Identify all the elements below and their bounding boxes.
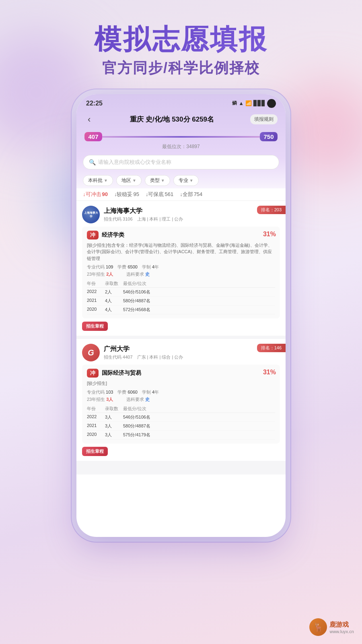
score-2-3: 575分/4179名 — [123, 432, 275, 438]
filter-tab-batch[interactable]: 本科批 ▼ — [83, 175, 113, 186]
school-meta-1: 招生代码 3106 上海 | 本科 | 理工 | 公办 — [104, 216, 183, 222]
phone-screen: 22:25 鳞 ▲ 📶 ▊▊▊ ‹ 重庆 史/化/地 530分 6259名 填报… — [76, 94, 286, 537]
table-row: 2020 4人 572分/4568名 — [87, 305, 275, 314]
filter-major-label: 专业 — [179, 177, 188, 184]
filter-tab-major[interactable]: 专业 ▼ — [173, 175, 199, 186]
table-header-1: 年份 录取数 最低分/位次 — [87, 280, 275, 288]
header-section: 模拟志愿填报 官方同步/科学比例择校 — [0, 0, 362, 78]
cat-tab-all[interactable]: ↓全部754 — [180, 191, 202, 198]
score-1-1: 546分/5106名 — [123, 289, 275, 295]
recruit-area-2: 招生章程 — [82, 447, 280, 456]
percent-area-2: 31% — [263, 369, 276, 376]
admission-table-1: 年份 录取数 最低分/位次 2022 2人 546分/5106名 2021 4人 — [87, 280, 275, 314]
score-track — [99, 136, 263, 138]
camera-icon — [267, 99, 276, 108]
watermark-icon: 🦌 — [313, 622, 323, 632]
watermark: 🦌 鹿游戏 www.luyx.cn — [309, 618, 354, 636]
col-score-header-2: 最低分/位次 — [123, 406, 275, 412]
filter-tab-type[interactable]: 类型 ▼ — [145, 175, 170, 186]
search-placeholder: 请输入意向院校或心仪专业名称 — [98, 159, 171, 166]
score-2-1: 546分/5106名 — [123, 414, 275, 420]
major-header-1: 冲 经济学类 — [87, 231, 275, 239]
score-min[interactable]: 407 — [84, 132, 102, 141]
score-2-2: 580分/4887名 — [123, 423, 275, 429]
major-header-2: 冲 国际经济与贸易 — [87, 369, 275, 378]
year-2-3: 2020 — [87, 432, 105, 438]
count-1-1: 2人 — [105, 289, 123, 295]
major-desc-2: [较少招生] — [87, 380, 275, 387]
major-name-1: 经济学类 — [102, 231, 124, 239]
school-logo-2: G — [82, 344, 100, 361]
table-row: 2022 2人 546分/5106名 — [87, 288, 275, 297]
year-1-3: 2020 — [87, 307, 105, 313]
filter-tabs: 本科批 ▼ 地区 ▼ 类型 ▼ 专业 ▼ — [76, 173, 286, 188]
filter-region-label: 地区 — [121, 177, 131, 184]
cat-tab-stable[interactable]: ↓较稳妥95 — [114, 191, 139, 198]
school-card-1[interactable]: 排名：203 上海海事大学 上海海事大学 招生代码 3106 上海 | 本科 |… — [76, 201, 286, 336]
school-logo-text-1: 上海海事大学 — [84, 211, 98, 218]
cat-tab-rush[interactable]: ↓可冲击90 — [83, 191, 108, 198]
cat-rush-arrow: ↓可冲击 — [83, 191, 101, 198]
year-1-1: 2022 — [87, 289, 105, 295]
recruit-area-1: 招生章程 — [82, 322, 280, 331]
col-year-header: 年份 — [87, 281, 105, 287]
table-row: 2021 3人 580分/4887名 — [87, 422, 275, 431]
count-1-2: 4人 — [105, 298, 123, 304]
cat-all-count: 754 — [194, 191, 203, 197]
year-2-1: 2022 — [87, 414, 105, 420]
signal-bars: ▲ — [239, 100, 244, 106]
rank-badge-2: 排名：146 — [257, 344, 286, 352]
main-title: 模拟志愿填报 — [0, 24, 362, 54]
cat-rush-count: 90 — [102, 191, 108, 197]
major-code-row-1: 专业代码 109 学费 6500 学制 4年 — [87, 264, 275, 270]
score-range: 407 750 最低位次：34897 — [76, 128, 286, 152]
count-2-1: 3人 — [105, 414, 123, 420]
school-header-2: G 广州大学 招生代码 4407 广东 | 本科 | 综合 | 公办 — [82, 344, 280, 361]
cat-stable-count: 95 — [133, 191, 139, 197]
school-list: 排名：203 上海海事大学 上海海事大学 招生代码 3106 上海 | 本科 |… — [76, 201, 286, 475]
major-section-1: 冲 经济学类 31% [较少招生]包含专业：经济学(海运与物流经济)、国际经济与… — [82, 227, 280, 319]
battery-icon: ▊▊▊ — [253, 100, 265, 106]
school-logo-text-2: G — [88, 348, 94, 357]
count-2-2: 3人 — [105, 423, 123, 429]
recruit-badge-1[interactable]: 招生章程 — [82, 322, 108, 331]
school-meta-2: 招生代码 4407 广东 | 本科 | 综合 | 公办 — [104, 354, 183, 360]
school-card-2[interactable]: 排名：146 G 广州大学 招生代码 4407 广东 | 本科 | 综合 | 公… — [76, 339, 286, 461]
chong-badge-2: 冲 — [87, 369, 99, 378]
back-button[interactable]: ‹ — [84, 113, 94, 126]
watermark-logo: 🦌 — [309, 618, 327, 636]
col-count-header: 录取数 — [105, 281, 123, 287]
count-2-3: 3人 — [105, 432, 123, 438]
table-row: 2021 4人 580分/4887名 — [87, 297, 275, 305]
signal-icon: 鳞 — [232, 100, 237, 107]
percent-value-2: 31% — [263, 369, 276, 376]
chevron-down-icon: ▼ — [104, 178, 108, 183]
major-name-2: 国际经济与贸易 — [102, 369, 141, 377]
major-code-row-2: 专业代码 103 学费 6060 学制 4年 — [87, 389, 275, 395]
filter-type-label: 类型 — [150, 177, 160, 184]
fill-rules-button[interactable]: 填报规则 — [250, 114, 278, 124]
nav-title: 重庆 史/化/地 530分 6259名 — [94, 115, 250, 124]
table-row: 2022 3人 546分/5106名 — [87, 413, 275, 422]
status-bar: 22:25 鳞 ▲ 📶 ▊▊▊ — [76, 94, 286, 110]
table-header-2: 年份 录取数 最低分/位次 — [87, 405, 275, 413]
chong-badge-1: 冲 — [87, 231, 99, 239]
school-info-1: 上海海事大学 招生代码 3106 上海 | 本科 | 理工 | 公办 — [104, 207, 183, 222]
year-2-2: 2021 — [87, 423, 105, 429]
col-score-header: 最低分/位次 — [123, 281, 275, 287]
cat-safe-label: ↓可保底 — [146, 191, 164, 198]
search-bar[interactable]: 🔍 请输入意向院校或心仪专业名称 — [83, 155, 279, 169]
watermark-name: 鹿游戏 — [329, 621, 354, 629]
major-section-2: 冲 国际经济与贸易 31% [较少招生] 专业代码 103 学费 6060 学制… — [82, 365, 280, 444]
watermark-url: www.luyx.cn — [329, 629, 354, 634]
filter-tab-region[interactable]: 地区 ▼ — [116, 175, 142, 186]
chevron-down-icon: ▼ — [189, 178, 193, 183]
col-count-header-2: 录取数 — [105, 406, 123, 412]
score-max[interactable]: 750 — [260, 132, 278, 141]
recruit-badge-2[interactable]: 招生章程 — [82, 447, 108, 456]
cat-tab-safe[interactable]: ↓可保底561 — [146, 191, 173, 198]
cat-stable-label: ↓较稳妥 — [114, 191, 133, 198]
percent-value-1: 31% — [263, 231, 276, 238]
score-bar[interactable]: 407 750 — [84, 131, 278, 142]
percent-area-1: 31% — [263, 231, 276, 238]
